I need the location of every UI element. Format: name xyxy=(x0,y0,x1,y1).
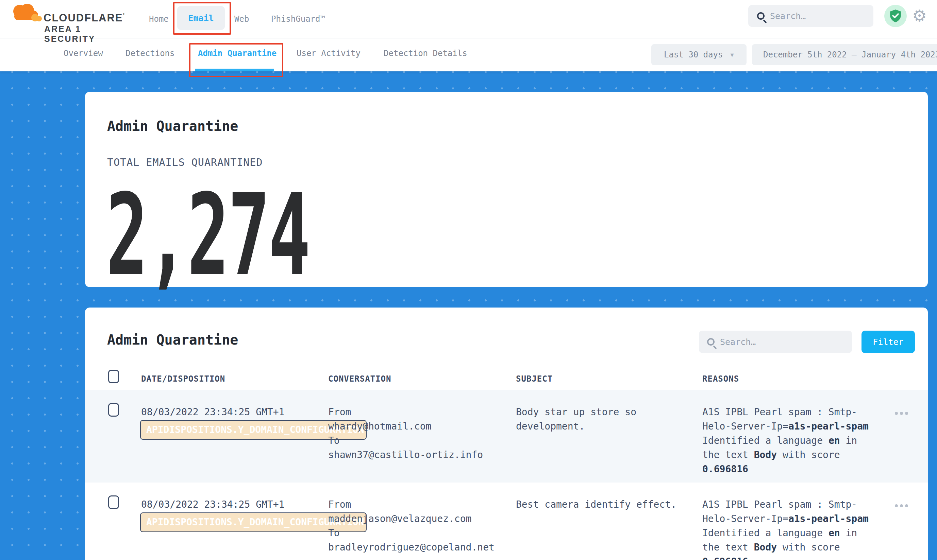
metric-label: TOTAL EMAILS QUARANTINED xyxy=(107,156,262,168)
summary-card-title: Admin Quarantine xyxy=(107,118,238,134)
row-subject: Body star up store so development. xyxy=(516,405,681,434)
summary-card: Admin Quarantine TOTAL EMAILS QUARANTINE… xyxy=(85,92,928,287)
row-conversation: From maddenjason@velazquez.com To bradle… xyxy=(328,497,494,555)
subnav-item-detections[interactable]: Detections xyxy=(125,49,175,58)
select-all-checkbox[interactable] xyxy=(108,370,119,383)
to-label: To xyxy=(328,434,483,448)
protection-status-badge[interactable] xyxy=(884,5,907,27)
filter-button[interactable]: Filter xyxy=(861,331,915,353)
row-checkbox[interactable] xyxy=(108,495,119,509)
table-row: 08/03/2022 23:34:25 GMT+1 APIDISPOSITION… xyxy=(85,390,928,483)
from-email: maddenjason@velazquez.com xyxy=(328,512,494,526)
date-range-selector-label: Last 30 days xyxy=(664,50,723,60)
row-date: 08/03/2022 23:34:25 GMT+1 xyxy=(141,405,284,419)
subnav-item-user-activity[interactable]: User Activity xyxy=(296,49,361,58)
topnav-item-email[interactable]: Email xyxy=(177,6,225,30)
subnav-item-admin-quarantine[interactable]: Admin Quarantine xyxy=(198,49,276,58)
date-range-text: December 5th 2022 — January 4th 2023 xyxy=(763,50,937,60)
table-row: 08/03/2022 23:34:25 GMT+1 APIDISPOSITION… xyxy=(85,483,928,560)
row-conversation: From whardy@hotmail.com To shawn37@casti… xyxy=(328,405,483,462)
column-header-reasons: REASONS xyxy=(702,374,739,384)
row-actions-button[interactable] xyxy=(893,502,910,509)
table-search-input[interactable] xyxy=(720,337,805,347)
topnav-item-home[interactable]: Home xyxy=(149,14,169,24)
search-icon xyxy=(757,12,764,20)
to-email: bradleyrodriguez@copeland.net xyxy=(328,540,494,555)
row-reasons: A1S IPBL Pearl spam : Smtp- Helo-Server-… xyxy=(702,405,876,476)
to-email: shawn37@castillo-ortiz.info xyxy=(328,448,483,462)
table-search xyxy=(699,331,852,353)
column-header-conversation: CONVERSATION xyxy=(328,374,391,384)
topnav-item-phishguard[interactable]: PhishGuard™ xyxy=(271,14,325,24)
app-screen: CLOUDFLARE AREA 1 SECURITY Home Email We… xyxy=(0,0,937,560)
total-quarantined-value: 2,274 xyxy=(106,179,309,291)
row-checkbox[interactable] xyxy=(108,403,119,417)
from-label: From xyxy=(328,405,483,419)
to-label: To xyxy=(328,526,494,540)
date-range-selector[interactable]: Last 30 days ▾ xyxy=(651,44,747,65)
email-subnav: Overview Detections Admin Quarantine Use… xyxy=(0,38,937,71)
subnav-item-detection-details[interactable]: Detection Details xyxy=(384,49,467,58)
global-search xyxy=(748,5,874,27)
global-search-input[interactable] xyxy=(770,11,855,21)
shield-check-icon xyxy=(889,9,902,23)
column-header-date: DATE/DISPOSITION xyxy=(141,374,225,384)
chevron-down-icon: ▾ xyxy=(730,51,733,59)
settings-gear-icon[interactable]: ⚙ xyxy=(912,8,927,24)
row-actions-button[interactable] xyxy=(893,410,910,417)
quarantine-table-card: Admin Quarantine Filter DATE/DISPOSITION… xyxy=(85,308,928,560)
page-background: Admin Quarantine TOTAL EMAILS QUARANTINE… xyxy=(0,71,937,560)
column-header-subject: SUBJECT xyxy=(516,374,553,384)
date-range-display[interactable]: December 5th 2022 — January 4th 2023 xyxy=(752,44,937,65)
row-reasons: A1S IPBL Pearl spam : Smtp- Helo-Server-… xyxy=(702,497,876,560)
table-card-title: Admin Quarantine xyxy=(107,332,238,348)
cloudflare-cloud-icon xyxy=(7,2,42,23)
topbar: CLOUDFLARE AREA 1 SECURITY Home Email We… xyxy=(0,0,937,38)
subnav-item-overview[interactable]: Overview xyxy=(63,49,103,58)
cloudflare-logo[interactable]: CLOUDFLARE AREA 1 SECURITY xyxy=(7,2,122,36)
topnav-item-web[interactable]: Web xyxy=(234,14,249,24)
brand-tagline: AREA 1 SECURITY xyxy=(44,24,122,44)
from-label: From xyxy=(328,497,494,512)
search-icon xyxy=(707,338,715,346)
active-tab-underline xyxy=(195,69,274,71)
row-date: 08/03/2022 23:34:25 GMT+1 xyxy=(141,497,284,512)
from-email: whardy@hotmail.com xyxy=(328,419,483,434)
brand-name: CLOUDFLARE xyxy=(43,12,125,24)
row-subject: Best camera identify effect. xyxy=(516,497,681,512)
